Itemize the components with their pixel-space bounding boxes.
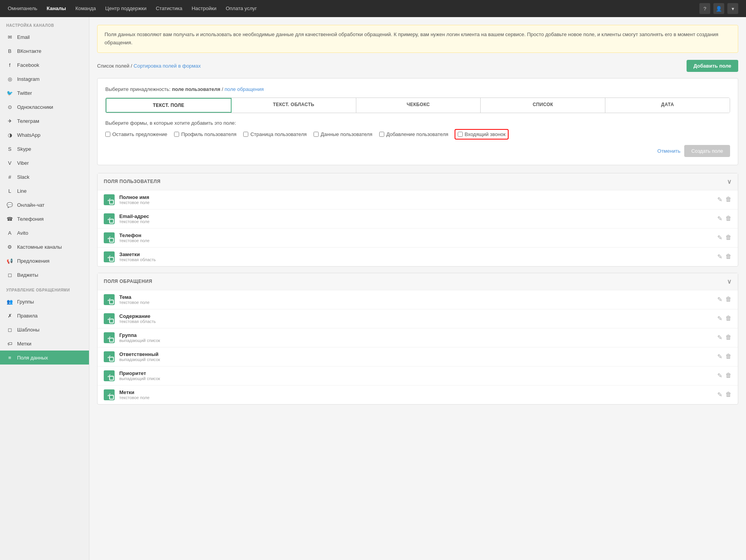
form-check-incoming-call[interactable]: Входящий звонок	[455, 130, 508, 139]
edit-icon-priority[interactable]: ✎	[717, 372, 722, 379]
sidebar-item-livechat[interactable]: 💬 Онлайн-чат	[0, 198, 89, 212]
delete-icon-tags[interactable]: 🗑	[725, 391, 732, 398]
form-check-add-user[interactable]: Добавление пользователя	[379, 131, 448, 137]
sidebar-item-telephony[interactable]: ☎ Телефония	[0, 212, 89, 226]
breadcrumb-link[interactable]: Сортировка полей в формах	[134, 63, 201, 69]
cancel-button[interactable]: Отменить	[657, 145, 680, 157]
sidebar-item-rules[interactable]: ✗ Правила	[0, 309, 89, 323]
sidebar-item-ok[interactable]: ⊙ Одноклассники	[0, 100, 89, 114]
field-check-fullname[interactable]: ✓	[104, 194, 115, 205]
field-actions-assignee: ✎ 🗑	[717, 353, 732, 360]
checkbox-offer[interactable]	[105, 132, 110, 137]
sidebar-item-viber[interactable]: V Viber	[0, 156, 89, 170]
sidebar-item-facebook[interactable]: f Facebook	[0, 58, 89, 72]
tab-text-field[interactable]: ТЕКСТ. ПОЛЕ	[106, 98, 232, 113]
field-info-tags: Метки текстовое поле	[119, 389, 713, 400]
delete-icon-notes[interactable]: 🗑	[725, 253, 732, 260]
form-check-profile[interactable]: Профиль пользователя	[174, 131, 236, 137]
sidebar-item-twitter[interactable]: 🐦 Twitter	[0, 86, 89, 100]
field-check-phone[interactable]: ✓	[104, 232, 115, 243]
delete-icon-subject[interactable]: 🗑	[725, 296, 732, 303]
field-check-tags[interactable]: ✓	[104, 389, 115, 400]
field-check-priority[interactable]: ✓	[104, 370, 115, 381]
slack-icon: #	[6, 173, 13, 180]
sidebar-item-widgets[interactable]: ◻ Виджеты	[0, 268, 89, 282]
tab-date[interactable]: ДАТА	[605, 98, 730, 113]
sidebar-item-skype[interactable]: S Skype	[0, 142, 89, 156]
delete-icon-fullname[interactable]: 🗑	[725, 196, 732, 203]
nav-support[interactable]: Центр поддержки	[105, 0, 146, 17]
field-check-content[interactable]: ✓	[104, 313, 115, 324]
field-check-group[interactable]: ✓	[104, 332, 115, 343]
form-check-offer[interactable]: Оставить предложение	[105, 131, 167, 137]
edit-icon-email[interactable]: ✎	[717, 215, 722, 222]
delete-icon-content[interactable]: 🗑	[725, 315, 732, 322]
field-check-subject[interactable]: ✓	[104, 294, 115, 305]
dropdown-icon[interactable]: ▾	[727, 3, 738, 14]
edit-icon-phone[interactable]: ✎	[717, 234, 722, 241]
tab-checkbox[interactable]: ЧЕКБОКС	[356, 98, 481, 113]
checkbox-user-page[interactable]	[243, 132, 248, 137]
edit-icon-fullname[interactable]: ✎	[717, 196, 722, 203]
sidebar-item-labels[interactable]: 🏷 Метки	[0, 337, 89, 351]
tab-text-area[interactable]: ТЕКСТ. ОБЛАСТЬ	[232, 98, 356, 113]
field-type-content: текстовая область	[119, 319, 713, 324]
add-field-button[interactable]: Добавить поле	[687, 60, 738, 72]
edit-icon-notes[interactable]: ✎	[717, 253, 722, 260]
field-check-notes[interactable]: ✓	[104, 251, 115, 262]
edit-icon-tags[interactable]: ✎	[717, 391, 722, 398]
delete-icon-priority[interactable]: 🗑	[725, 372, 732, 379]
sidebar-item-avito[interactable]: A Avito	[0, 226, 89, 240]
user-icon[interactable]: 👤	[713, 3, 724, 14]
main-content: Поля данных позволяют вам получать и исп…	[89, 17, 746, 560]
checkbox-add-user[interactable]	[379, 132, 384, 137]
checkbox-incoming-call[interactable]	[458, 132, 463, 137]
field-type-subject: текстовое поле	[119, 300, 713, 305]
belongs-link[interactable]: поле обращения	[225, 86, 264, 92]
request-fields-title: ПОЛЯ ОБРАЩЕНИЯ	[104, 279, 152, 284]
sidebar-item-templates[interactable]: ◻ Шаблоны	[0, 323, 89, 337]
sidebar-item-line[interactable]: L Line	[0, 184, 89, 198]
actions-row: Отменить Создать поле	[105, 145, 730, 157]
sidebar-item-telegram[interactable]: ✈ Телеграм	[0, 114, 89, 128]
delete-icon-email[interactable]: 🗑	[725, 215, 732, 222]
tab-list[interactable]: СПИСОК	[481, 98, 605, 113]
nav-payment[interactable]: Оплата услуг	[226, 0, 257, 17]
sidebar-item-slack[interactable]: # Slack	[0, 170, 89, 184]
sidebar-item-vk[interactable]: В ВКонтакте	[0, 44, 89, 58]
help-icon[interactable]: ?	[699, 3, 710, 14]
delete-icon-assignee[interactable]: 🗑	[725, 353, 732, 360]
nav-stats[interactable]: Статистика	[156, 0, 182, 17]
edit-icon-group[interactable]: ✎	[717, 334, 722, 341]
sidebar-item-whatsapp[interactable]: ◑ WhatsApp	[0, 128, 89, 142]
checkbox-profile[interactable]	[174, 132, 179, 137]
field-check-assignee[interactable]: ✓	[104, 351, 115, 362]
sidebar-item-instagram[interactable]: ◎ Instagram	[0, 72, 89, 86]
user-fields-chevron[interactable]: ∨	[727, 178, 732, 185]
edit-icon-content[interactable]: ✎	[717, 315, 722, 322]
nav-channels[interactable]: Каналы	[47, 0, 66, 17]
nav-omnipanel[interactable]: Омнипанель	[8, 0, 37, 17]
sidebar-item-groups[interactable]: 👥 Группы	[0, 295, 89, 309]
form-check-user-data[interactable]: Данные пользователя	[314, 131, 372, 137]
checkbox-user-data[interactable]	[314, 132, 319, 137]
sidebar-item-data-fields[interactable]: ≡ Поля данных	[0, 351, 89, 365]
delete-icon-group[interactable]: 🗑	[725, 334, 732, 341]
field-info-email: Email-адрес текстовое поле	[119, 213, 713, 224]
offers-icon: 📢	[6, 257, 13, 264]
edit-icon-subject[interactable]: ✎	[717, 296, 722, 303]
delete-icon-phone[interactable]: 🗑	[725, 234, 732, 241]
sidebar-item-offers[interactable]: 📢 Предложения	[0, 254, 89, 268]
request-fields-chevron[interactable]: ∨	[727, 278, 732, 285]
viber-icon: V	[6, 159, 13, 166]
edit-icon-assignee[interactable]: ✎	[717, 353, 722, 360]
nav-team[interactable]: Команда	[75, 0, 96, 17]
telegram-icon: ✈	[6, 117, 13, 124]
nav-settings[interactable]: Настройки	[192, 0, 216, 17]
form-check-user-page[interactable]: Страница пользователя	[243, 131, 307, 137]
sidebar-label-widgets: Виджеты	[17, 272, 38, 278]
field-check-email[interactable]: ✓	[104, 213, 115, 224]
sidebar-item-custom-channels[interactable]: ⚙ Кастомные каналы	[0, 240, 89, 254]
sidebar-item-email[interactable]: ✉ Email	[0, 30, 89, 44]
create-field-button[interactable]: Создать поле	[684, 145, 730, 157]
